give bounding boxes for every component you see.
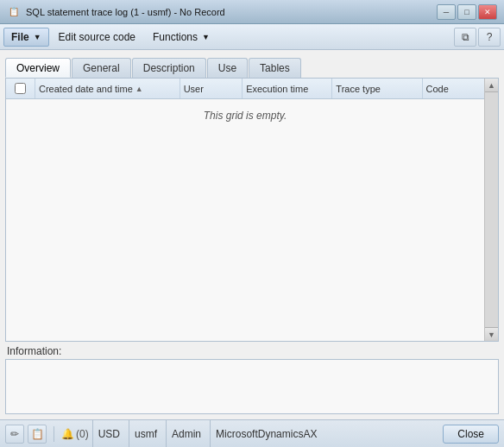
grid-header: Created date and time ▲ User Execution t… bbox=[6, 79, 484, 99]
status-role: Admin bbox=[166, 420, 206, 447]
status-company: usmf bbox=[129, 420, 162, 447]
tab-bar: Overview General Description Use Tables bbox=[5, 55, 499, 78]
grid-col-code[interactable]: Code bbox=[423, 79, 484, 98]
menu-right-icons: ⧉ ? bbox=[454, 28, 501, 47]
scrollbar-track[interactable] bbox=[485, 92, 498, 327]
minimize-button[interactable]: ─ bbox=[437, 4, 456, 20]
tab-overview[interactable]: Overview bbox=[5, 58, 71, 78]
grid-scroll-area: Created date and time ▲ User Execution t… bbox=[6, 79, 484, 341]
menu-bar: File ▼ Edit source code Functions ▼ ⧉ ? bbox=[0, 24, 504, 50]
tab-use[interactable]: Use bbox=[207, 58, 248, 78]
tab-general[interactable]: General bbox=[72, 58, 131, 78]
grid-col-trace-type[interactable]: Trace type bbox=[332, 79, 422, 98]
app-icon: 📋 bbox=[7, 5, 21, 19]
info-textarea[interactable] bbox=[5, 359, 499, 414]
grid-col-user[interactable]: User bbox=[180, 79, 243, 98]
scrollbar-down-button[interactable]: ▼ bbox=[485, 327, 498, 341]
close-button[interactable]: Close bbox=[443, 425, 499, 444]
info-label: Information: bbox=[5, 345, 499, 357]
functions-menu-label: Functions bbox=[153, 31, 198, 43]
notification-bell[interactable]: 🔔 (0) bbox=[61, 428, 89, 440]
scrollbar-up-button[interactable]: ▲ bbox=[485, 79, 498, 92]
file-menu-button[interactable]: File ▼ bbox=[3, 28, 49, 47]
grid-col-created-date[interactable]: Created date and time ▲ bbox=[35, 79, 180, 98]
help-icon-button[interactable]: ? bbox=[478, 28, 501, 47]
status-bar: ✏ 📋 🔔 (0) USD usmf Admin MicrosoftDynami… bbox=[0, 419, 504, 447]
window-icon-button[interactable]: ⧉ bbox=[454, 28, 476, 47]
grid-checkbox-header bbox=[6, 79, 35, 98]
status-currency: USD bbox=[92, 420, 125, 447]
main-content: Overview General Description Use Tables bbox=[0, 50, 504, 419]
functions-menu-button[interactable]: Functions ▼ bbox=[145, 28, 217, 47]
bell-count: (0) bbox=[76, 428, 89, 440]
info-panel: Information: bbox=[5, 345, 499, 414]
tab-tables[interactable]: Tables bbox=[249, 58, 301, 78]
grid-body: This grid is empty. bbox=[6, 99, 484, 341]
grid-scrollbar: ▲ ▼ bbox=[484, 79, 498, 341]
grid-with-scroll: Created date and time ▲ User Execution t… bbox=[6, 79, 498, 341]
bell-icon: 🔔 bbox=[61, 428, 74, 440]
copy-status-button[interactable]: 📋 bbox=[28, 425, 47, 444]
content-panel: Created date and time ▲ User Execution t… bbox=[5, 78, 499, 342]
grid-select-all-checkbox[interactable] bbox=[15, 83, 26, 94]
status-product: MicrosoftDynamicsAX bbox=[210, 420, 322, 447]
sort-arrow-icon: ▲ bbox=[135, 85, 143, 93]
tab-description[interactable]: Description bbox=[132, 58, 206, 78]
edit-source-button[interactable]: Edit source code bbox=[51, 28, 143, 47]
window-close-button[interactable]: ✕ bbox=[478, 4, 497, 20]
grid-empty-message: This grid is empty. bbox=[204, 110, 287, 122]
window-controls: ─ □ ✕ bbox=[437, 4, 497, 20]
file-menu-label: File bbox=[11, 31, 29, 43]
file-menu-arrow: ▼ bbox=[34, 33, 41, 41]
functions-menu-arrow: ▼ bbox=[202, 33, 210, 41]
grid-col-execution-time[interactable]: Execution time bbox=[243, 79, 332, 98]
status-separator-1 bbox=[54, 426, 54, 442]
window-title: SQL statement trace log (1 - usmf) - No … bbox=[26, 7, 437, 17]
edit-status-button[interactable]: ✏ bbox=[5, 425, 24, 444]
title-bar: 📋 SQL statement trace log (1 - usmf) - N… bbox=[0, 0, 504, 24]
maximize-button[interactable]: □ bbox=[457, 4, 476, 20]
